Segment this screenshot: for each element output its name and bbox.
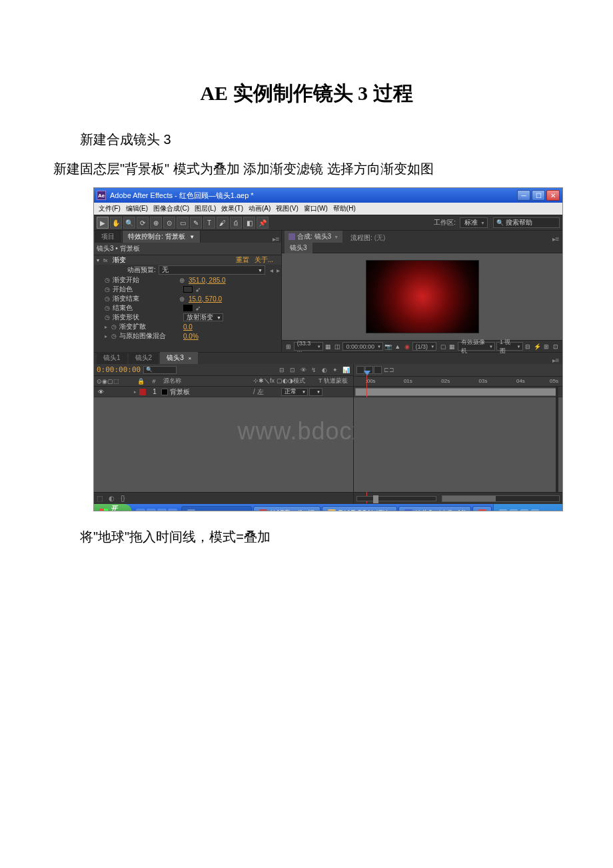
- snapshot-icon[interactable]: 📷: [384, 343, 392, 350]
- effect-row-ramp[interactable]: ▾ fx 渐变 重置 关于...: [94, 255, 281, 265]
- blend-mode-dropdown[interactable]: 正常: [281, 388, 308, 396]
- flowchart-icon[interactable]: ⊡: [552, 343, 560, 350]
- layer-search[interactable]: 🔍: [143, 366, 177, 374]
- workspace-dropdown[interactable]: 标准: [460, 217, 488, 228]
- prop-value[interactable]: 351.0, 285.0: [185, 277, 226, 284]
- crosshair-icon[interactable]: ⊕: [179, 277, 185, 284]
- timecode-display[interactable]: 0:00:00:00: [342, 342, 383, 351]
- scrollbar-thumb[interactable]: [442, 496, 496, 501]
- menu-animation[interactable]: 动画(A): [247, 204, 273, 213]
- grid-icon[interactable]: ▦: [324, 343, 332, 350]
- tray-icon[interactable]: [510, 509, 518, 511]
- menu-layer[interactable]: 图层(L): [193, 204, 218, 213]
- audio-icon[interactable]: [105, 389, 113, 395]
- effect-about[interactable]: 关于...: [255, 255, 273, 265]
- selection-tool[interactable]: ▶: [97, 217, 109, 229]
- always-preview-icon[interactable]: ⊞: [285, 343, 293, 350]
- lock-icon[interactable]: [123, 389, 131, 395]
- quick-launch-icon[interactable]: [168, 509, 177, 511]
- anim-preset-dropdown[interactable]: 无: [159, 265, 265, 275]
- toggle-modes-icon[interactable]: ◐: [109, 495, 118, 502]
- toggle-switches-icon[interactable]: ⬚: [97, 495, 106, 502]
- project-tab[interactable]: 项目: [95, 230, 121, 243]
- ruler-icon[interactable]: [374, 366, 382, 374]
- layer-name[interactable]: 背景板: [170, 387, 253, 397]
- zoom-dropdown[interactable]: (33.3 ...: [294, 342, 323, 351]
- pen-tool[interactable]: ✎: [190, 217, 202, 229]
- index-header[interactable]: 🔒: [134, 378, 147, 385]
- stopwatch-icon[interactable]: ◷: [105, 277, 113, 283]
- comp-sub-tab[interactable]: 镜头3: [285, 243, 312, 253]
- menu-file[interactable]: 文件(F): [97, 204, 123, 213]
- stopwatch-icon[interactable]: ◷: [105, 305, 113, 311]
- stopwatch-icon[interactable]: ◷: [105, 314, 113, 321]
- eraser-tool[interactable]: ◧: [243, 217, 255, 229]
- motion-blur-icon[interactable]: ◐: [320, 365, 329, 375]
- work-area-icon[interactable]: ⊏⊐: [384, 367, 394, 373]
- minimize-button[interactable]: ─: [517, 190, 530, 201]
- close-tab-icon[interactable]: ×: [188, 355, 191, 361]
- menu-composition[interactable]: 图像合成(C): [151, 204, 191, 213]
- effect-reset[interactable]: 重置: [236, 255, 249, 265]
- tray-icon[interactable]: [531, 509, 539, 511]
- time-zoom-slider[interactable]: [356, 496, 436, 501]
- ramp-shape-dropdown[interactable]: 放射渐变: [183, 313, 223, 321]
- transparency-icon[interactable]: ▦: [448, 343, 456, 350]
- dropdown-icon[interactable]: ▼: [334, 235, 338, 239]
- quick-launch-icon[interactable]: [147, 509, 156, 511]
- dropdown-icon[interactable]: ▼: [189, 234, 195, 240]
- comp-tab[interactable]: 合成: 镜头3 ▼: [285, 231, 342, 243]
- timeline-icon[interactable]: ⊞: [542, 343, 550, 350]
- composition-viewer[interactable]: [282, 253, 562, 340]
- menu-help[interactable]: 帮助(H): [331, 204, 358, 213]
- twirl-right-icon[interactable]: ▸: [134, 389, 139, 395]
- stopwatch-icon[interactable]: ◷: [105, 295, 113, 302]
- camera-tool[interactable]: ⊕: [150, 217, 162, 229]
- graph-editor-icon[interactable]: 📊: [341, 365, 350, 375]
- taskbar-item-ae[interactable]: Adobe After Effe...: [181, 506, 252, 511]
- prev-preset-icon[interactable]: ◂: [268, 267, 275, 274]
- camera-dropdown[interactable]: 有效摄像机: [458, 342, 495, 351]
- visibility-icon[interactable]: 👁: [97, 389, 105, 395]
- twirl-right-icon[interactable]: ▸: [105, 333, 111, 339]
- rotate-tool[interactable]: ⟳: [137, 217, 149, 229]
- brush-tool[interactable]: 🖌: [217, 217, 229, 229]
- prop-value[interactable]: 0.0%: [179, 333, 199, 340]
- prop-value[interactable]: 15.0, 570.0: [185, 295, 222, 303]
- shy-icon[interactable]: 👁: [299, 365, 308, 375]
- resolution-dropdown[interactable]: (1/3): [412, 342, 437, 351]
- comp-mini-flowchart-icon[interactable]: ⊟: [277, 365, 287, 375]
- maximize-button[interactable]: ☐: [532, 190, 545, 201]
- effect-controls-tab[interactable]: 特效控制台: 背景板 ▼: [122, 230, 201, 243]
- draft-3d-icon[interactable]: ⊡: [288, 365, 297, 375]
- fx-toggle-icon[interactable]: fx: [103, 257, 113, 263]
- horizontal-scrollbar[interactable]: [442, 495, 560, 502]
- timeline-tab-2[interactable]: 镜头2: [129, 352, 159, 364]
- comp-end-marker[interactable]: [556, 387, 558, 492]
- clone-tool[interactable]: ⎙: [230, 217, 242, 229]
- twirl-down-icon[interactable]: ▾: [97, 257, 103, 263]
- window-titlebar[interactable]: Ae Adobe After Effects - 红色回顾—镜头1.aep * …: [94, 188, 562, 203]
- quick-launch-icon[interactable]: [136, 509, 145, 511]
- color-swatch[interactable]: [183, 305, 193, 311]
- brainstorm-icon[interactable]: ✦: [330, 365, 340, 375]
- trkmat-dropdown[interactable]: [309, 388, 322, 396]
- stopwatch-icon[interactable]: ◷: [111, 323, 119, 330]
- menu-edit[interactable]: 编辑(E): [124, 204, 150, 213]
- twirl-right-icon[interactable]: ▸: [105, 324, 111, 330]
- color-swatch[interactable]: [183, 286, 193, 293]
- panel-menu-icon[interactable]: ▸≡: [552, 235, 560, 243]
- zoom-tool[interactable]: 🔍: [123, 217, 135, 229]
- frame-blend-icon[interactable]: ↯: [309, 365, 318, 375]
- close-button[interactable]: ✕: [546, 190, 560, 201]
- region-icon[interactable]: ▢: [439, 343, 447, 350]
- solo-icon[interactable]: [114, 389, 122, 395]
- stopwatch-icon[interactable]: ◷: [105, 286, 113, 293]
- type-tool[interactable]: T: [203, 217, 215, 229]
- tray-icon[interactable]: [520, 509, 528, 511]
- panel-menu-icon[interactable]: ▸≡: [272, 235, 280, 243]
- timeline-tab-1[interactable]: 镜头1: [97, 352, 127, 364]
- taskbar-item-word[interactable]: 镜头3—过程 - Mi...: [398, 506, 470, 511]
- layer-color[interactable]: [139, 389, 146, 395]
- rgb-icon[interactable]: ◉: [403, 343, 411, 350]
